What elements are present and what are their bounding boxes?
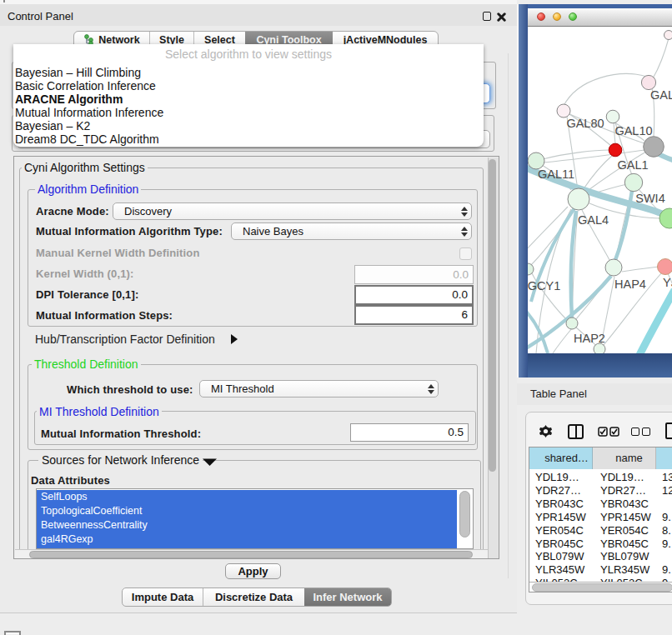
svg-text:GAL80: GAL80	[566, 117, 604, 130]
svg-text:GAL4: GAL4	[578, 213, 609, 227]
svg-text:HAP2: HAP2	[574, 332, 605, 345]
svg-text:GAL1: GAL1	[617, 158, 648, 172]
svg-text:SWI4: SWI4	[635, 192, 664, 205]
svg-text:GAL7: GAL7	[650, 88, 672, 102]
svg-text:GAL10: GAL10	[614, 124, 652, 138]
svg-text:YJ: YJ	[663, 276, 672, 289]
svg-text:GCY1: GCY1	[528, 279, 560, 292]
svg-text:GAL11: GAL11	[538, 168, 574, 181]
svg-text:HAP4: HAP4	[614, 278, 646, 291]
